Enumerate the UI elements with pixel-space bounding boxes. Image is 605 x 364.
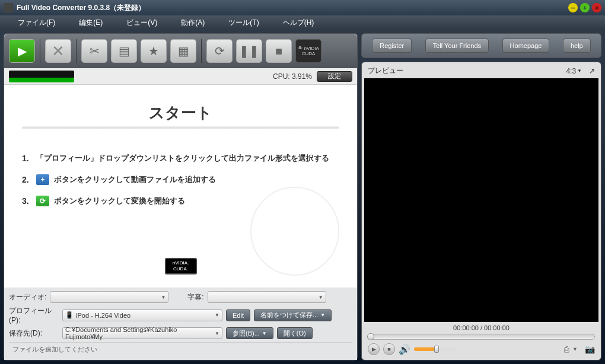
settings-button[interactable]: 設定 [317, 71, 352, 82]
step3-num: 3. [22, 196, 31, 206]
browse-button[interactable]: 参照(B)... ▼ [226, 327, 273, 339]
clip-icon: ▤ [119, 44, 130, 58]
camera-icon[interactable]: 📷 [585, 344, 595, 354]
app-title: Full Video Converter 9.0.3.8（未登録） [17, 3, 568, 13]
open-button[interactable]: 開く(O) [277, 327, 313, 339]
preview-video [364, 78, 598, 322]
nvidia-cuda-badge: nVIDIA. CUDA. [165, 258, 197, 274]
stop-button[interactable]: ■ [266, 39, 292, 63]
play-button[interactable]: ▶ [368, 343, 380, 355]
add-icon: ▶ [18, 44, 27, 58]
audio-select[interactable] [50, 291, 168, 303]
toolbar-separator [201, 39, 202, 63]
start-title: スタート [22, 103, 339, 123]
dest-select[interactable]: C:¥Documents and Settings¥Kazuhiko Fujim… [62, 327, 222, 339]
preview-title: プレビュー [368, 66, 566, 76]
preview-header: プレビュー 4:3 ▼ ↗ [364, 65, 598, 77]
saveas-button[interactable]: 名前をつけて保存... ▼ [254, 309, 332, 321]
close-button[interactable]: ✕ [592, 3, 601, 12]
content-area: ▶ ✕ ✂ ▤ ★ ▦ ⟳ ❚❚ ■ 👁 nVIDIA CUDA CPU: [0, 30, 605, 364]
toolbar: ▶ ✕ ✂ ▤ ★ ▦ ⟳ ❚❚ ■ 👁 nVIDIA CUDA [4, 34, 357, 68]
delete-button[interactable]: ✕ [45, 39, 71, 63]
menu-tool[interactable]: ツール(T) [216, 18, 270, 28]
audio-label: オーディオ: [9, 292, 46, 302]
dest-value: C:¥Documents and Settings¥Kazuhiko Fujim… [65, 326, 211, 340]
cuda-button[interactable]: 👁 nVIDIA CUDA [295, 39, 321, 63]
addclip-icon: ▦ [178, 44, 189, 58]
refresh-icon: ⟳ [215, 44, 225, 58]
snapshot-icon[interactable]: ⎙ [564, 344, 569, 354]
subtitle-select[interactable] [208, 291, 326, 303]
menu-file[interactable]: ファイル(F) [6, 18, 67, 28]
tell-friends-button[interactable]: Tell Your Friends [425, 39, 489, 53]
step-2: 2. + ボタンをクリックして動画ファイルを追加する [22, 174, 339, 185]
cpu-bar: CPU: 3.91% 設定 [4, 68, 357, 85]
refresh-step-icon: ⟳ [36, 196, 49, 206]
subtitle-label: 字幕: [187, 292, 203, 302]
chevron-down-icon: ▼ [577, 68, 582, 74]
profile-label: プロフィール(P): [9, 306, 59, 324]
profile-value: iPod - H.264 Video [76, 312, 130, 319]
edit-button[interactable]: Edit [226, 309, 250, 321]
dest-label: 保存先(D): [9, 328, 59, 339]
scrubber[interactable] [368, 334, 595, 340]
stop-preview-button[interactable]: ■ [383, 343, 395, 355]
menu-view[interactable]: ビュー(V) [114, 18, 169, 28]
right-buttons-bar: Register Tell Your Friends Homepage help [361, 33, 601, 58]
volume-slider[interactable] [414, 347, 456, 351]
step2-num: 2. [22, 175, 31, 184]
profile-select[interactable]: 📱 iPod - H.264 Video [62, 309, 222, 321]
menu-edit[interactable]: 編集(E) [67, 18, 114, 28]
nvidia-line1: nVIDIA. [173, 260, 189, 266]
preview-time: 00:00:00 / 00:00:00 [364, 323, 598, 333]
app-icon [4, 3, 13, 12]
separator-line [22, 126, 339, 129]
film-add-icon: + [36, 174, 49, 185]
step3-text: ボタンをクリックして変換を開始する [54, 196, 185, 206]
toolbar-separator [76, 39, 77, 63]
aspect-ratio[interactable]: 4:3 [566, 67, 576, 75]
titlebar: Full Video Converter 9.0.3.8（未登録） – + ✕ [0, 0, 605, 15]
scrub-handle[interactable] [367, 333, 374, 340]
x-icon: ✕ [52, 42, 65, 60]
effects-button[interactable]: ★ [141, 39, 167, 63]
convert-button[interactable]: ⟳ [206, 39, 233, 63]
menubar: ファイル(F) 編集(E) ビュー(V) 動作(A) ツール(T) ヘルプ(H) [0, 15, 605, 30]
cuda-line2: CUDA [302, 51, 316, 56]
register-button[interactable]: Register [372, 39, 412, 53]
toolbar-separator [40, 39, 40, 63]
star-icon: ★ [148, 44, 159, 58]
help-button[interactable]: help [563, 39, 591, 53]
cuda-line1: 👁 nVIDIA [298, 46, 319, 51]
popout-icon[interactable]: ↗ [589, 67, 595, 75]
status-bar: ファイルを追加してください [9, 342, 352, 356]
speaker-icon[interactable]: 🔊 [399, 344, 410, 355]
clip-button[interactable]: ▤ [111, 39, 137, 63]
step2-text: ボタンをクリックして動画ファイルを追加する [54, 174, 216, 185]
nvidia-line2: CUDA. [173, 266, 188, 272]
step1-num: 1. [22, 154, 31, 163]
cut-button[interactable]: ✂ [81, 39, 107, 63]
preview-controls: ▶ ■ 🔊 ⎙ ▼ 📷 [364, 341, 598, 357]
right-panel: Register Tell Your Friends Homepage help… [361, 33, 601, 360]
scissors-icon: ✂ [90, 44, 100, 58]
cpu-graph [9, 71, 74, 82]
cpu-label: CPU: 3.91% [79, 72, 312, 81]
reel-decoration [250, 187, 339, 276]
step1-text: 「プロフィール」ドロップダウンリストをクリックして出力ファイル形式を選択する [36, 153, 329, 164]
minimize-button[interactable]: – [568, 3, 578, 12]
preview-panel: プレビュー 4:3 ▼ ↗ 00:00:00 / 00:00:00 ▶ ■ 🔊 [361, 62, 601, 360]
main-area: スタート 1. 「プロフィール」ドロップダウンリストをクリックして出力ファイル形… [4, 85, 357, 288]
maximize-button[interactable]: + [580, 3, 590, 12]
volume-handle[interactable] [434, 346, 439, 353]
bottom-controls: オーディオ: 字幕: プロフィール(P): 📱 iPod - H.264 Vid… [4, 288, 357, 360]
left-panel: ▶ ✕ ✂ ▤ ★ ▦ ⟳ ❚❚ ■ 👁 nVIDIA CUDA CPU: [4, 33, 358, 360]
add-clip-button[interactable]: ▦ [170, 39, 196, 63]
stop-icon: ■ [275, 44, 282, 58]
menu-action[interactable]: 動作(A) [169, 18, 216, 28]
step-1: 1. 「プロフィール」ドロップダウンリストをクリックして出力ファイル形式を選択す… [22, 153, 339, 164]
pause-button[interactable]: ❚❚ [236, 39, 262, 63]
menu-help[interactable]: ヘルプ(H) [271, 18, 326, 28]
add-file-button[interactable]: ▶ [9, 39, 35, 63]
homepage-button[interactable]: Homepage [502, 39, 550, 53]
